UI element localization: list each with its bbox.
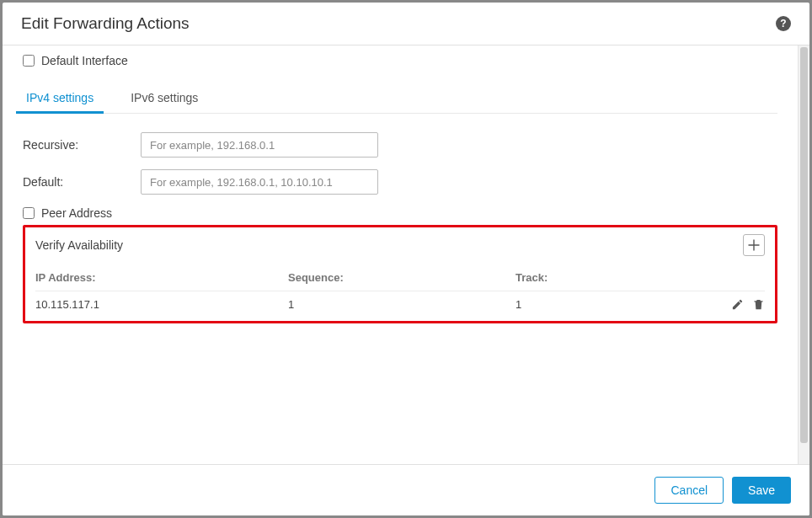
scrollbar[interactable] — [798, 45, 809, 464]
tab-ipv4-settings[interactable]: IPv4 settings — [23, 84, 97, 113]
cell-track: 1 — [516, 298, 714, 311]
default-label: Default: — [23, 175, 141, 189]
column-sequence-header: Sequence: — [288, 271, 516, 284]
table-header: IP Address: Sequence: Track: — [35, 268, 765, 291]
recursive-row: Recursive: — [23, 132, 777, 158]
modal-dialog: Edit Forwarding Actions ? Default Interf… — [3, 3, 809, 515]
default-input[interactable] — [141, 169, 378, 195]
cell-ip: 10.115.117.1 — [35, 298, 288, 311]
column-ip-header: IP Address: — [35, 271, 288, 284]
peer-address-checkbox[interactable] — [23, 207, 35, 219]
verify-header: Verify Availability — [35, 234, 765, 256]
verify-title: Verify Availability — [35, 238, 123, 252]
default-interface-row: Default Interface — [23, 54, 777, 67]
cell-sequence: 1 — [288, 298, 516, 311]
tab-ipv6-settings[interactable]: IPv6 settings — [127, 84, 201, 113]
table-row: 10.115.117.1 1 1 — [35, 291, 765, 318]
peer-address-label[interactable]: Peer Address — [41, 206, 112, 220]
column-actions-header — [714, 271, 765, 284]
modal-header: Edit Forwarding Actions ? — [3, 3, 809, 45]
cancel-button[interactable]: Cancel — [654, 477, 724, 504]
delete-icon[interactable] — [752, 298, 765, 311]
tabs: IPv4 settings IPv6 settings — [23, 84, 777, 114]
row-actions — [714, 298, 765, 311]
verify-availability-section: Verify Availability IP Address: Sequence… — [23, 225, 777, 323]
edit-icon[interactable] — [731, 298, 744, 311]
plus-icon — [748, 239, 760, 251]
recursive-label: Recursive: — [23, 138, 141, 152]
verify-table: IP Address: Sequence: Track: 10.115.117.… — [35, 268, 765, 318]
modal-footer: Cancel Save — [3, 464, 809, 515]
default-interface-checkbox[interactable] — [23, 55, 35, 67]
column-track-header: Track: — [516, 271, 714, 284]
peer-address-row: Peer Address — [23, 206, 777, 220]
default-row: Default: — [23, 169, 777, 195]
recursive-input[interactable] — [141, 132, 378, 158]
save-button[interactable]: Save — [732, 477, 791, 504]
modal-body-wrapper: Default Interface IPv4 settings IPv6 set… — [3, 45, 809, 464]
modal-body: Default Interface IPv4 settings IPv6 set… — [3, 45, 798, 464]
help-icon[interactable]: ? — [776, 16, 791, 31]
default-interface-label[interactable]: Default Interface — [41, 54, 128, 67]
modal-title: Edit Forwarding Actions — [21, 14, 190, 33]
scrollbar-thumb[interactable] — [800, 47, 808, 443]
add-button[interactable] — [743, 234, 765, 256]
